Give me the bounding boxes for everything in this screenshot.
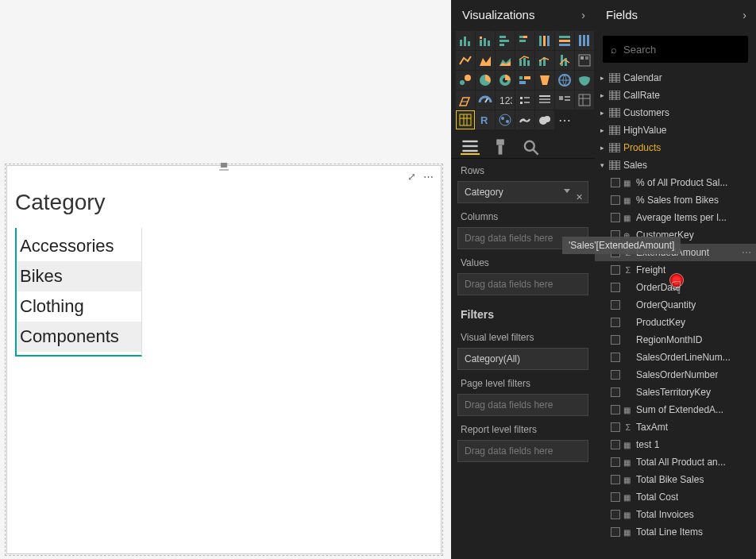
field-checkbox[interactable] — [611, 335, 620, 345]
viz-type-icon[interactable] — [476, 51, 495, 70]
field-row[interactable]: ▦Total Bike Sales — [595, 471, 756, 488]
field-row[interactable]: OrderDate — [595, 279, 756, 296]
field-checkbox[interactable] — [611, 230, 620, 240]
field-checkbox[interactable] — [611, 300, 620, 310]
field-checkbox[interactable] — [611, 422, 620, 432]
matrix-visual[interactable]: ⤢ ⋯ Category Accessories Bikes Clothing … — [6, 165, 442, 554]
field-row[interactable]: ProductKey — [595, 314, 756, 331]
field-checkbox[interactable] — [611, 248, 620, 257]
field-checkbox[interactable] — [611, 405, 620, 414]
viz-type-icon[interactable] — [456, 51, 475, 70]
viz-type-icon[interactable] — [555, 91, 574, 110]
table-row[interactable]: ▸CallRate — [595, 87, 756, 104]
table-row[interactable]: ▾Sales — [595, 156, 756, 174]
field-row[interactable]: ▦Total Line Items — [595, 523, 756, 541]
viz-type-icon[interactable] — [535, 31, 554, 50]
field-row[interactable]: ΣTaxAmt — [595, 418, 756, 436]
field-checkbox[interactable] — [611, 492, 620, 502]
field-checkbox[interactable] — [611, 178, 620, 187]
table-row[interactable]: ▸Calendar — [595, 69, 756, 87]
viz-type-icon[interactable] — [535, 110, 554, 129]
expand-caret-icon[interactable]: ▾ — [598, 161, 606, 169]
report-filter-well[interactable]: Drag data fields here — [457, 440, 588, 462]
more-visuals-icon[interactable]: ⋯ — [555, 110, 574, 129]
matrix-row[interactable]: Accessories — [17, 231, 141, 261]
viz-type-icon[interactable] — [496, 31, 515, 50]
field-checkbox[interactable] — [611, 370, 620, 380]
values-well[interactable]: Drag data fields here — [457, 273, 588, 295]
field-row[interactable]: ΣFreight — [595, 261, 756, 279]
viz-type-icon[interactable] — [515, 31, 534, 50]
field-checkbox[interactable] — [611, 475, 620, 484]
matrix-row[interactable]: Bikes — [17, 261, 141, 291]
viz-type-icon[interactable] — [515, 71, 534, 90]
matrix-row[interactable]: Clothing — [17, 291, 141, 322]
field-row[interactable]: ▦Average Items per l... — [595, 209, 756, 226]
fields-header[interactable]: Fields › — [595, 0, 756, 29]
search-box[interactable]: ⌕ — [603, 36, 748, 63]
field-checkbox[interactable] — [611, 195, 620, 205]
collapse-icon[interactable]: › — [581, 9, 585, 21]
viz-type-icon[interactable] — [456, 91, 475, 110]
rows-well[interactable]: Category ✕ — [457, 181, 588, 203]
table-row[interactable]: ▸Products — [595, 139, 756, 156]
viz-type-icon[interactable] — [535, 91, 554, 110]
viz-type-icon[interactable] — [575, 31, 594, 50]
viz-type-icon[interactable] — [456, 110, 475, 129]
analytics-tab-icon[interactable] — [521, 139, 540, 155]
format-tab-icon[interactable] — [491, 139, 510, 155]
viz-type-icon[interactable] — [555, 51, 574, 70]
field-checkbox[interactable] — [611, 387, 620, 397]
field-checkbox[interactable] — [611, 353, 620, 362]
chevron-down-icon[interactable] — [564, 189, 570, 193]
viz-type-icon[interactable] — [535, 51, 554, 70]
field-checkbox[interactable] — [611, 213, 620, 222]
expand-caret-icon[interactable]: ▸ — [598, 74, 606, 82]
viz-type-icon[interactable] — [496, 71, 515, 90]
viz-type-icon[interactable] — [456, 31, 475, 50]
field-more-icon[interactable]: ⋯ — [742, 247, 751, 258]
viz-type-icon[interactable] — [476, 71, 495, 90]
field-row[interactable]: ▦Total Cost — [595, 488, 756, 506]
viz-type-icon[interactable] — [575, 91, 594, 110]
viz-type-icon[interactable] — [496, 110, 515, 129]
field-checkbox[interactable] — [611, 440, 620, 449]
collapse-icon[interactable]: › — [742, 9, 746, 21]
viz-type-icon[interactable] — [555, 31, 574, 50]
field-row[interactable]: ▦% Sales from Bikes — [595, 191, 756, 209]
visual-filter-well[interactable]: Category(All) — [457, 348, 588, 370]
field-row[interactable]: RegionMonthID — [595, 331, 756, 349]
field-row[interactable]: ⊕CustomerKey — [595, 226, 756, 244]
report-canvas[interactable]: ⤢ ⋯ Category Accessories Bikes Clothing … — [0, 0, 451, 559]
resize-handle-top[interactable] — [221, 163, 227, 168]
field-row[interactable]: SalesOrderNumber — [595, 366, 756, 384]
viz-type-icon[interactable] — [476, 91, 495, 110]
viz-type-icon[interactable] — [515, 51, 534, 70]
table-row[interactable]: ▸Customers — [595, 104, 756, 121]
remove-field-icon[interactable]: ✕ — [576, 187, 583, 207]
viz-type-icon[interactable]: 123 — [496, 91, 515, 110]
table-row[interactable]: ▸HighValue — [595, 121, 756, 139]
viz-type-icon[interactable]: R — [476, 110, 495, 129]
visualizations-header[interactable]: Visualizations › — [451, 0, 595, 29]
field-row[interactable]: ΣExtendedAmount⋯ — [595, 244, 756, 261]
field-checkbox[interactable] — [611, 283, 620, 292]
viz-type-icon[interactable] — [575, 51, 594, 70]
field-row[interactable]: OrderQuantity — [595, 296, 756, 314]
field-checkbox[interactable] — [611, 510, 620, 519]
field-row[interactable]: ▦Total Invoices — [595, 506, 756, 523]
field-row[interactable]: SalesOrderLineNum... — [595, 349, 756, 366]
viz-type-icon[interactable] — [515, 91, 534, 110]
expand-caret-icon[interactable]: ▸ — [598, 109, 606, 117]
field-row[interactable]: ▦% of All Product Sal... — [595, 174, 756, 191]
field-row[interactable]: SalesTerritoryKey — [595, 384, 756, 401]
field-checkbox[interactable] — [611, 457, 620, 467]
viz-type-icon[interactable] — [555, 71, 574, 90]
search-input[interactable] — [623, 44, 756, 56]
viz-type-icon[interactable] — [575, 71, 594, 90]
viz-type-icon[interactable] — [476, 31, 495, 50]
expand-caret-icon[interactable]: ▸ — [598, 126, 606, 134]
more-options-icon[interactable]: ⋯ — [423, 171, 434, 182]
columns-well[interactable]: Drag data fields here — [457, 227, 588, 249]
focus-mode-icon[interactable]: ⤢ — [407, 171, 418, 182]
